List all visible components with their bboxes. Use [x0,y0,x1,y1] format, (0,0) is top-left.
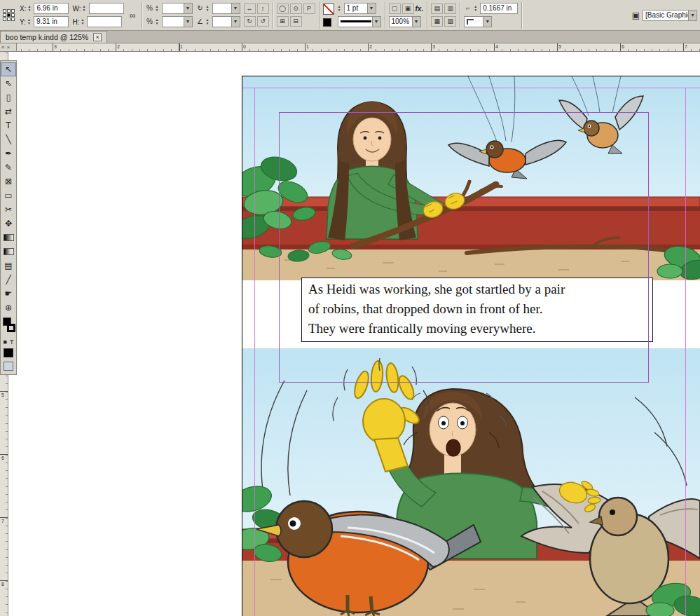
opacity-select[interactable]: 100% [389,16,421,27]
rotation-stepper[interactable] [206,5,211,12]
proxy-dot[interactable] [11,18,15,21]
gradient-swatch-tool[interactable] [1,231,16,245]
stroke-weight-select[interactable]: 1 pt [344,3,376,14]
proxy-dot[interactable] [11,9,15,13]
stroke-style-preview [341,20,371,22]
h-ruler-number: 7 [685,44,687,49]
proxy-dot[interactable] [7,9,11,13]
stroke-weight-stepper[interactable] [338,5,343,12]
margin-guide-top[interactable] [242,88,700,88]
hand-tool[interactable]: ☛ [1,287,16,301]
free-transform-tool[interactable]: ✥ [1,217,16,231]
wrap-shape-button[interactable]: ▦ [431,16,443,27]
stroke-swatch[interactable] [7,324,15,332]
preview-b-button[interactable]: ▣ [402,4,414,14]
y-input[interactable]: 9.31 in [34,16,69,27]
flip-vertical-button[interactable]: ↕ [257,4,269,14]
rotate-cw-button[interactable]: ↻ [244,16,256,27]
scissors-tool[interactable]: ✂ [1,203,16,217]
h-ruler-number: 2 [369,44,372,49]
shear-stepper[interactable] [206,18,211,25]
paragraph-frame-button[interactable]: P [303,4,315,14]
select-content-button[interactable]: ⊙ [290,4,302,14]
proxy-dot-selected[interactable] [7,13,11,17]
proxy-dot[interactable] [7,18,11,21]
formatting-affects-container-button[interactable]: ■ [4,338,7,345]
corner-radius-stepper[interactable] [474,5,479,12]
proxy-dot[interactable] [3,18,6,21]
stroke-none-swatch[interactable] [323,4,334,15]
collapse-dock-icon[interactable]: « [1,44,4,50]
y-label: Y: [20,18,26,26]
effects-button[interactable]: fx. [416,5,424,13]
scale-y-input[interactable] [162,16,193,27]
formatting-row: ■ T [1,337,16,346]
h-ruler-number: 4 [495,44,498,49]
reference-point-proxy[interactable] [3,9,15,21]
v-ruler-number: 5 [1,392,4,397]
line-tool[interactable]: ╲ [1,132,16,146]
horizontal-ruler[interactable]: 32101234567 [0,43,700,52]
v-ruler-number: 8 [1,582,4,587]
tab-close-button[interactable]: × [93,33,102,41]
w-input[interactable] [89,3,124,14]
selection-tool[interactable]: ↖ [1,62,16,76]
w-stepper[interactable] [83,5,88,12]
x-stepper[interactable] [27,5,32,12]
stroke-type-select[interactable] [338,16,381,27]
margin-guide-right[interactable] [685,88,686,616]
wrap-jump-button[interactable]: ▧ [444,16,456,27]
wrap-bounding-button[interactable]: ▥ [444,4,456,14]
ruler-corner[interactable]: « × [0,43,17,52]
pen-tool[interactable]: ✒ [1,146,16,160]
apply-color-button[interactable] [4,348,13,357]
rectangle-frame-tool[interactable]: ⊠ [1,174,16,189]
h-stepper[interactable] [81,18,85,25]
flip-horizontal-button[interactable]: ↔ [244,4,256,14]
h-input[interactable] [87,16,122,27]
divider [273,2,273,29]
selected-frame-edge[interactable] [279,112,649,383]
preview-a-button[interactable]: ▢ [389,4,401,14]
pencil-tool[interactable]: ✎ [1,160,16,174]
y-stepper[interactable] [27,18,32,25]
rotate-ccw-button[interactable]: ↺ [257,16,269,27]
scale-y-stepper[interactable] [156,18,160,25]
screen-mode-button[interactable] [4,362,13,371]
scale-x-input[interactable] [162,3,193,14]
corner-close-icon[interactable]: × [6,44,10,50]
x-input[interactable]: 6.96 in [34,3,69,14]
select-container-button[interactable]: ◯ [277,4,289,14]
corner-radius-input[interactable]: 0.1667 in [480,3,518,14]
divider [385,2,385,29]
rotation-angle-input[interactable] [212,3,240,14]
proxy-dot[interactable] [3,9,6,13]
proxy-dot[interactable] [11,13,15,17]
page-edge-left [242,76,242,616]
direct-selection-tool[interactable]: ⇖ [1,76,16,90]
note-tool[interactable]: ▤ [1,259,16,273]
fill-black-swatch[interactable] [323,18,331,27]
formatting-affects-text-button[interactable]: T [10,338,14,345]
constrain-link-icon[interactable]: ∞ [128,11,138,20]
type-tool[interactable]: T [1,118,16,132]
scale-x-stepper[interactable] [156,5,160,12]
gap-tool[interactable]: ⇄ [1,104,16,118]
object-style-select[interactable]: [Basic Graphics [643,10,697,21]
corner-shape-select[interactable] [464,16,492,27]
zoom-tool[interactable]: ⊕ [1,301,16,315]
fill-stroke-swatches[interactable] [1,317,17,336]
proxy-dot[interactable] [3,13,6,17]
structure-up-button[interactable]: ⊞ [277,16,289,27]
eyedropper-tool[interactable]: ╱ [1,273,16,287]
document-tab[interactable]: boo temp k.indd @ 125% × [0,31,107,43]
corner-options-icon: ⌐ [464,4,472,13]
margin-guide-left[interactable] [254,88,255,616]
page-tool[interactable]: ▯ [1,90,16,104]
gradient-feather-tool[interactable] [1,245,16,259]
rectangle-tool[interactable]: ▭ [1,189,16,203]
structure-down-button[interactable]: ⊟ [290,16,302,27]
wrap-none-button[interactable]: ▤ [431,4,443,14]
document-canvas[interactable]: 5678 [0,52,700,616]
shear-angle-input[interactable] [212,16,240,27]
